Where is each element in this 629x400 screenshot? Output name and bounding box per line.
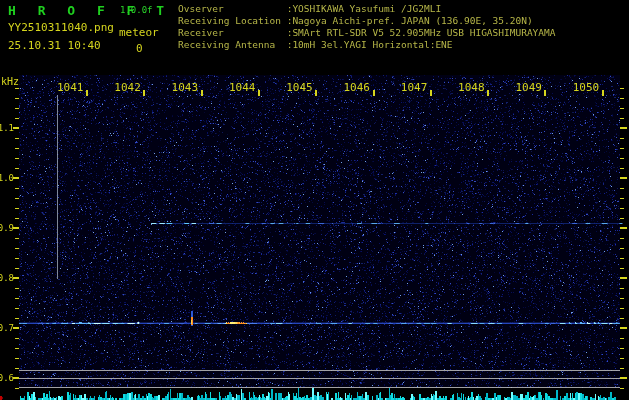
x-tick-label: 1044	[229, 81, 256, 94]
y-tick-label: 0.7	[0, 323, 14, 333]
y-tick-label: 0.9	[0, 223, 14, 233]
meteor-count-value: 0	[136, 42, 143, 55]
receiving-antenna-line: Receiving Antenna :10mH 3el.YAGI Horizon…	[178, 39, 556, 51]
y-axis-unit-label: kHz	[1, 76, 19, 87]
app-version: 1.0.0f	[120, 5, 153, 15]
x-tick-label: 1047	[401, 81, 428, 94]
station-info: Ovserver :YOSHIKAWA Yasufumi /JG2MLI Rec…	[178, 3, 556, 51]
date-time: 25.10.31 10:40	[8, 39, 101, 52]
meteor-count-label: meteor	[119, 26, 159, 39]
hrofft-screen: { "header": { "title": "H R O F F T", "v…	[0, 0, 629, 400]
x-tick-label: 1041	[57, 81, 84, 94]
y-tick-label: 1.1	[0, 123, 14, 133]
y-tick-label: 0.8	[0, 273, 14, 283]
y-tick-label: 0.6	[0, 373, 14, 383]
x-tick-label: 1048	[458, 81, 485, 94]
x-tick-label: 1043	[172, 81, 199, 94]
spectrogram-canvas	[0, 0, 629, 400]
x-tick-label: 1046	[344, 81, 371, 94]
receiver-line: Receiver :SMArt RTL-SDR V5 52.905MHz USB…	[178, 27, 556, 39]
x-tick-label: 1042	[114, 81, 141, 94]
y-tick-label: 1.0	[0, 173, 14, 183]
output-filename: YY2510311040.png	[8, 21, 114, 34]
x-tick-label: 1045	[286, 81, 313, 94]
receiving-location-line: Receiving Location :Nagoya Aichi-pref. J…	[178, 15, 556, 27]
x-tick-label: 1049	[515, 81, 542, 94]
observer-line: Ovserver :YOSHIKAWA Yasufumi /JG2MLI	[178, 3, 556, 15]
x-tick-label: 1050	[573, 81, 600, 94]
